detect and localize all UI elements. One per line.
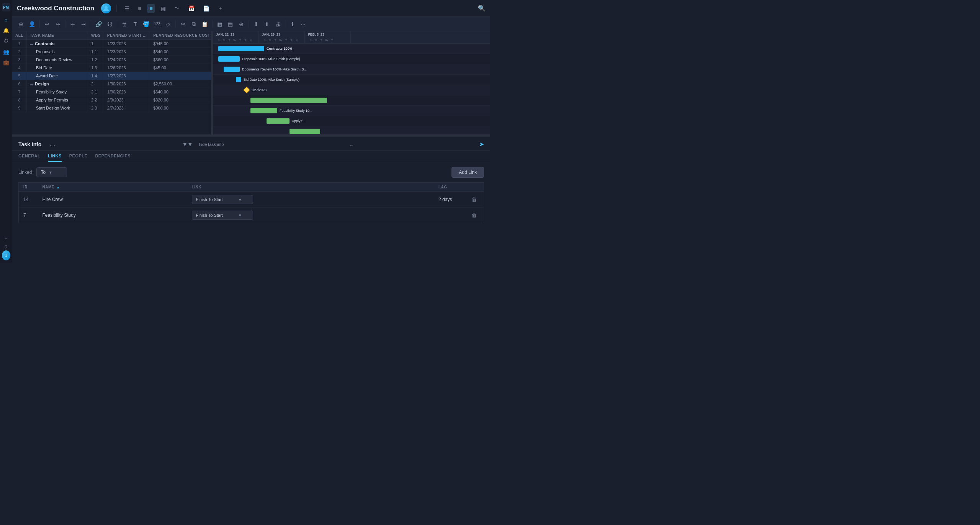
- print-btn[interactable]: 🖨: [273, 20, 283, 29]
- redo-btn[interactable]: ↪: [53, 20, 63, 29]
- copy-btn[interactable]: ⧉: [189, 19, 199, 29]
- link-type-dropdown[interactable]: Finish To Start ▼: [192, 211, 253, 220]
- tab-links[interactable]: LINKS: [48, 150, 62, 162]
- cut-btn[interactable]: ✂: [178, 20, 188, 29]
- pm-logo-icon[interactable]: PM: [2, 3, 10, 11]
- indent-btn[interactable]: ⇥: [79, 20, 88, 29]
- col-task-name[interactable]: TASK NAME: [26, 31, 88, 40]
- hide-chevron-icon[interactable]: ⌄: [349, 141, 354, 147]
- tab-people[interactable]: PEOPLE: [69, 150, 88, 162]
- link-type-cell: Finish To Start ▼: [187, 192, 434, 208]
- sidebar-people-icon[interactable]: 👥: [2, 47, 10, 56]
- add-person-btn[interactable]: 👤: [27, 20, 37, 29]
- links-col-id[interactable]: ID: [19, 183, 38, 192]
- task-wbs: 1.1: [88, 48, 104, 56]
- baseline-btn[interactable]: ▦: [215, 20, 225, 29]
- undo-btn[interactable]: ↩: [42, 20, 52, 29]
- task-name-cell[interactable]: ▬Contracts: [26, 40, 88, 48]
- bar-design-work[interactable]: [290, 129, 320, 134]
- more-btn[interactable]: ···: [298, 20, 308, 29]
- bar-documents[interactable]: [224, 67, 240, 72]
- task-name-cell[interactable]: Bid Date: [26, 64, 88, 72]
- bar-permits[interactable]: [267, 118, 290, 124]
- sidebar-briefcase-icon[interactable]: 💼: [2, 58, 10, 67]
- num-btn[interactable]: 123: [152, 20, 162, 28]
- table-row[interactable]: 6 ▬Design 2 1/30/2023 $2,560.00 32 hours: [12, 80, 211, 88]
- link-row[interactable]: 7 Feasibility Study Finish To Start ▼ 🗑: [19, 208, 484, 223]
- task-name-cell[interactable]: Proposals: [26, 48, 88, 56]
- add-task-btn[interactable]: ⊕: [16, 20, 26, 29]
- text-btn[interactable]: T: [130, 20, 140, 28]
- paste-btn[interactable]: 📋: [200, 20, 210, 29]
- table-row[interactable]: 2 Proposals 1.1 1/23/2023 $540.00 6 hour…: [12, 48, 211, 56]
- export-btn[interactable]: ⬇: [251, 20, 261, 29]
- calendar-view-icon[interactable]: 📅: [186, 4, 197, 13]
- split-view: ALL TASK NAME WBS PLANNED START ... PLAN…: [12, 31, 490, 134]
- table-btn[interactable]: ▤: [226, 20, 236, 29]
- table-row[interactable]: 1 ▬Contracts 1 1/23/2023 $945.00 10.5 ho…: [12, 40, 211, 48]
- task-name-cell[interactable]: ▬Design: [26, 80, 88, 88]
- document-view-icon[interactable]: 📄: [201, 4, 212, 13]
- link-btn[interactable]: 🔗: [93, 20, 104, 29]
- upload-btn[interactable]: ⬆: [262, 20, 272, 29]
- table-row[interactable]: 7 Feasibility Study 2.1 1/30/2023 $640.0…: [12, 88, 211, 96]
- col-wbs[interactable]: WBS: [88, 31, 104, 40]
- delete-link-btn[interactable]: 🗑: [469, 211, 479, 219]
- bar-proposals[interactable]: [218, 56, 240, 62]
- add-link-button[interactable]: Add Link: [452, 167, 484, 178]
- link-dropdown-arrow: ▼: [238, 213, 242, 218]
- linked-direction-dropdown[interactable]: To ▼: [36, 167, 67, 177]
- table-row[interactable]: 3 Documents Review 1.2 1/24/2023 $360.00…: [12, 56, 211, 64]
- table-row[interactable]: 8 Apply for Permits 2.2 2/3/2023 $320.00…: [12, 96, 211, 104]
- col-planned-start[interactable]: PLANNED START ...: [104, 31, 150, 40]
- link-type-value: Finish To Start: [196, 197, 223, 202]
- task-name-cell[interactable]: Apply for Permits: [26, 96, 88, 104]
- links-col-name[interactable]: NAME ▲: [38, 183, 187, 192]
- task-name-cell[interactable]: Feasibility Study: [26, 88, 88, 96]
- milestone-award[interactable]: [244, 87, 250, 93]
- gantt-view-icon[interactable]: ≡: [147, 4, 155, 13]
- link-type-value: Finish To Start: [196, 213, 223, 218]
- sidebar-help-icon[interactable]: ?: [2, 243, 10, 251]
- table-row[interactable]: 5 Award Date 1.4 1/27/2023: [12, 72, 211, 80]
- table-row[interactable]: 4 Bid Date 1.3 1/26/2023 $45.00 0.5 hour…: [12, 64, 211, 72]
- bar-feasibility[interactable]: [250, 108, 277, 113]
- link-row[interactable]: 14 Hire Crew Finish To Start ▼ 2 days 🗑: [19, 192, 484, 208]
- search-icon[interactable]: 🔍: [478, 5, 486, 12]
- tab-dependencies[interactable]: DEPENDENCIES: [95, 150, 131, 162]
- bar-design[interactable]: [250, 98, 327, 103]
- task-name-cell[interactable]: Start Design Work: [26, 104, 88, 112]
- bar-contracts[interactable]: [218, 46, 264, 51]
- sidebar-notifications-icon[interactable]: 🔔: [2, 26, 10, 34]
- info-btn[interactable]: ℹ: [288, 20, 298, 29]
- hide-task-info-btn[interactable]: hide task info: [199, 142, 224, 147]
- delete-btn[interactable]: 🗑: [119, 20, 129, 29]
- sidebar-home-icon[interactable]: ⌂: [2, 15, 10, 24]
- expand-icon[interactable]: ▼▼: [182, 141, 193, 147]
- outdent-btn[interactable]: ⇤: [68, 20, 78, 29]
- sidebar-clock-icon[interactable]: ⏱: [2, 37, 10, 45]
- links-col-lag[interactable]: LAG: [434, 183, 465, 192]
- add-view-icon[interactable]: ＋: [216, 3, 226, 13]
- diamond-btn[interactable]: ◇: [163, 20, 173, 29]
- chart-view-icon[interactable]: ≡: [136, 4, 143, 13]
- sidebar-add-icon[interactable]: ＋: [2, 234, 10, 243]
- zoom-btn[interactable]: ⊕: [236, 20, 246, 29]
- list-view-icon[interactable]: ☰: [122, 4, 132, 13]
- timeline-view-icon[interactable]: 〜: [172, 3, 182, 13]
- color-btn[interactable]: 🪣: [141, 20, 151, 29]
- delete-link-btn[interactable]: 🗑: [469, 196, 479, 203]
- table-view-icon[interactable]: ▦: [159, 4, 168, 13]
- collapse-icon[interactable]: ⌄⌄: [48, 141, 57, 147]
- sidebar-avatar[interactable]: U: [2, 251, 10, 260]
- task-name-cell[interactable]: Documents Review: [26, 56, 88, 64]
- tab-general[interactable]: GENERAL: [18, 150, 40, 162]
- links-col-link[interactable]: LINK: [187, 183, 434, 192]
- col-resource-cost[interactable]: PLANNED RESOURCE COST: [150, 31, 211, 40]
- unlink-btn[interactable]: ⛓: [105, 20, 115, 29]
- bar-bid[interactable]: [236, 77, 241, 82]
- link-type-dropdown[interactable]: Finish To Start ▼: [192, 195, 253, 204]
- send-icon[interactable]: ➤: [479, 141, 484, 148]
- table-row[interactable]: 9 Start Design Work 2.3 2/7/2023 $960.00…: [12, 104, 211, 112]
- task-name-cell[interactable]: Award Date: [26, 72, 88, 80]
